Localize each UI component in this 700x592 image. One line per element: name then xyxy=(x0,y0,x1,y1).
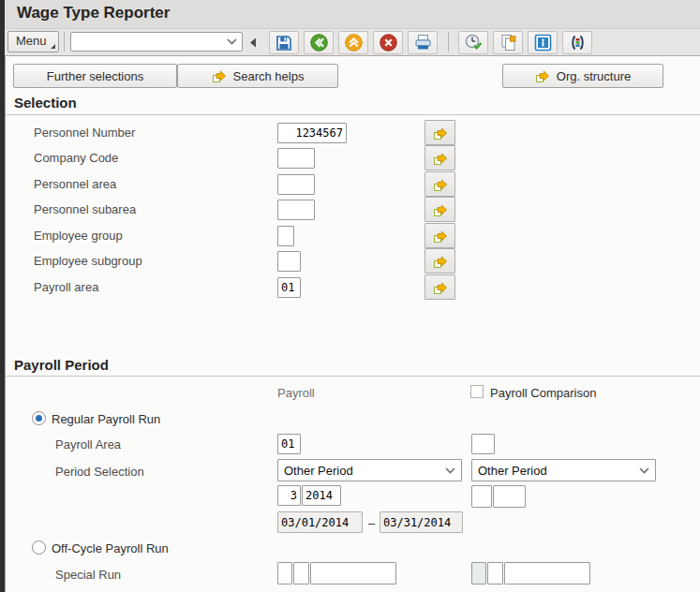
exit-button[interactable] xyxy=(338,31,368,54)
clock-check-icon xyxy=(464,33,484,52)
info-button[interactable] xyxy=(528,31,558,54)
off-cycle-payroll-run-radio[interactable] xyxy=(32,540,46,555)
content-panel: Further selections Search helps Org. str… xyxy=(5,56,700,592)
payroll-comparison-checkbox[interactable] xyxy=(470,385,484,398)
chevron-down-icon xyxy=(227,38,237,45)
divider xyxy=(6,114,700,115)
info-icon xyxy=(533,33,553,52)
multi-select-arrow-icon xyxy=(433,126,448,141)
personnel-number-label: Personnel Number xyxy=(34,126,135,140)
layout-brackets-icon xyxy=(568,33,588,52)
special-run-input-1[interactable] xyxy=(277,562,292,585)
personnel-area-label: Personnel area xyxy=(34,177,116,191)
cancel-icon xyxy=(379,33,398,52)
collapse-left-icon[interactable] xyxy=(249,37,257,48)
clock-check-button[interactable] xyxy=(458,31,488,54)
multi-select-button[interactable] xyxy=(424,145,455,170)
exit-up-icon xyxy=(344,33,364,52)
date-range-separator: – xyxy=(368,516,375,530)
back-button[interactable] xyxy=(304,31,334,54)
toolbar-separator xyxy=(448,32,449,52)
payroll-area-label: Payroll area xyxy=(34,280,98,294)
multi-select-button[interactable] xyxy=(424,171,455,197)
multi-select-arrow-icon xyxy=(433,229,448,244)
special-run-comparison-input-2[interactable] xyxy=(487,562,503,585)
title-bar: Wage Type Reporter xyxy=(5,0,700,29)
employee-subgroup-label: Employee subgroup xyxy=(34,254,142,268)
date-to-field[interactable] xyxy=(380,511,463,533)
personnel-subarea-input[interactable] xyxy=(277,200,315,220)
org-structure-label: Org. structure xyxy=(557,69,631,83)
period-selection-label: Period Selection xyxy=(55,465,144,479)
multi-select-button[interactable] xyxy=(424,223,455,248)
cancel-button[interactable] xyxy=(373,31,403,54)
payroll-column-label: Payroll xyxy=(277,386,315,400)
regular-payroll-run-label: Regular Payroll Run xyxy=(52,412,160,426)
multi-select-arrow-icon xyxy=(433,151,448,166)
copy-pages-icon xyxy=(499,33,518,52)
further-selections-button[interactable]: Further selections xyxy=(13,64,177,88)
menu-button[interactable]: Menu xyxy=(7,31,59,52)
other-year-input[interactable] xyxy=(302,485,341,506)
special-run-input-2[interactable] xyxy=(293,562,309,585)
toolbar-separator xyxy=(64,32,65,52)
other-year-comparison-input[interactable] xyxy=(493,485,526,508)
multi-select-button[interactable] xyxy=(424,197,455,222)
search-helps-label: Search helps xyxy=(233,69,305,83)
multi-select-arrow-icon xyxy=(433,280,448,295)
regular-payroll-run-radio[interactable] xyxy=(32,411,46,425)
toolbar: Menu xyxy=(5,29,700,56)
date-from-field[interactable] xyxy=(277,511,363,533)
employee-group-input[interactable] xyxy=(277,226,294,246)
payroll-comparison-label: Payroll Comparison xyxy=(490,386,596,400)
chevron-down-icon xyxy=(445,467,455,474)
off-cycle-payroll-run-label: Off-Cycle Payroll Run xyxy=(52,541,169,555)
copy-pages-button[interactable] xyxy=(493,31,523,54)
multi-select-button[interactable] xyxy=(424,248,455,274)
special-run-comparison-input-1[interactable] xyxy=(471,562,486,585)
menu-button-label: Menu xyxy=(16,34,47,48)
payroll-area-period-label: Payroll Area xyxy=(55,437,121,451)
menu-corner-triangle-icon xyxy=(51,44,55,49)
personnel-number-input[interactable] xyxy=(277,123,347,143)
period-selection-dropdown[interactable]: Other Period xyxy=(277,459,462,481)
divider xyxy=(6,376,700,377)
period-selection-value: Other Period xyxy=(284,464,353,478)
payroll-period-header: Payroll Period xyxy=(14,357,109,373)
company-code-input[interactable] xyxy=(277,148,315,169)
save-button[interactable] xyxy=(269,31,299,54)
payroll-area-input[interactable] xyxy=(277,277,301,298)
payroll-area-comparison-input[interactable] xyxy=(471,434,495,454)
command-field[interactable] xyxy=(70,32,243,52)
org-structure-button[interactable]: Org. structure xyxy=(502,64,663,88)
period-selection-comparison-value: Other Period xyxy=(478,464,547,478)
personnel-subarea-label: Personnel subarea xyxy=(34,202,136,216)
selection-header: Selection xyxy=(14,95,77,111)
page-title: Wage Type Reporter xyxy=(5,0,700,22)
printer-icon xyxy=(413,33,433,52)
multi-select-arrow-icon xyxy=(433,254,448,269)
further-selections-label: Further selections xyxy=(47,69,143,83)
selection-arrow-icon xyxy=(535,68,550,83)
company-code-label: Company Code xyxy=(34,151,118,165)
layout-button[interactable] xyxy=(562,31,592,54)
print-button[interactable] xyxy=(408,31,438,54)
save-icon xyxy=(275,34,293,52)
back-icon xyxy=(309,33,329,52)
personnel-area-input[interactable] xyxy=(277,174,315,195)
payroll-area-period-input[interactable] xyxy=(277,434,301,454)
other-period-comparison-input[interactable] xyxy=(471,485,492,508)
multi-select-button[interactable] xyxy=(424,274,455,300)
multi-select-arrow-icon xyxy=(433,177,448,192)
search-helps-button[interactable]: Search helps xyxy=(177,64,338,88)
special-run-label: Special Run xyxy=(55,568,121,582)
multi-select-button[interactable] xyxy=(424,120,455,145)
special-run-comparison-input-3[interactable] xyxy=(504,562,590,585)
special-run-input-3[interactable] xyxy=(310,562,396,585)
period-selection-comparison-dropdown[interactable]: Other Period xyxy=(471,459,656,481)
employee-group-label: Employee group xyxy=(34,229,123,243)
multi-select-arrow-icon xyxy=(433,202,448,217)
other-period-input[interactable] xyxy=(277,485,301,506)
selection-arrow-icon xyxy=(212,68,227,83)
employee-subgroup-input[interactable] xyxy=(277,251,301,272)
